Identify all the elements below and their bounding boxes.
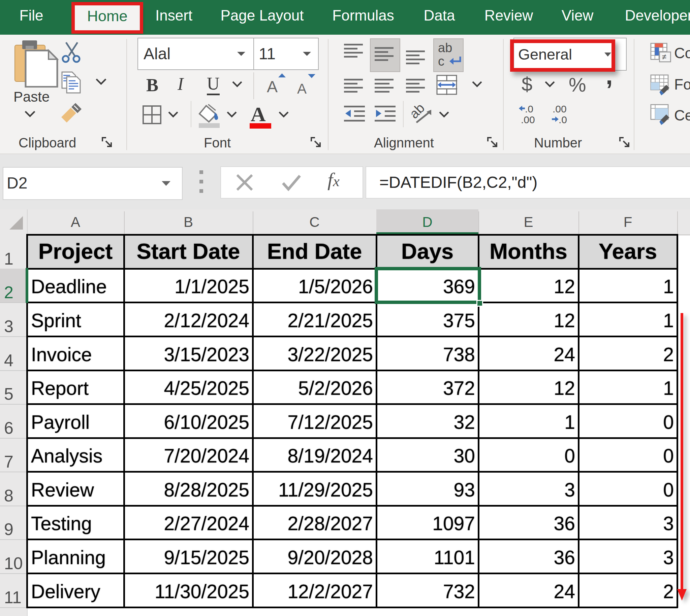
svg-text:.00: .00 xyxy=(521,114,535,125)
svg-text:.0: .0 xyxy=(525,104,533,114)
svg-text:.00: .00 xyxy=(552,104,567,114)
svg-text:≠: ≠ xyxy=(662,52,666,61)
svg-text:.0: .0 xyxy=(559,114,567,125)
svg-text:ab: ab xyxy=(412,103,427,121)
